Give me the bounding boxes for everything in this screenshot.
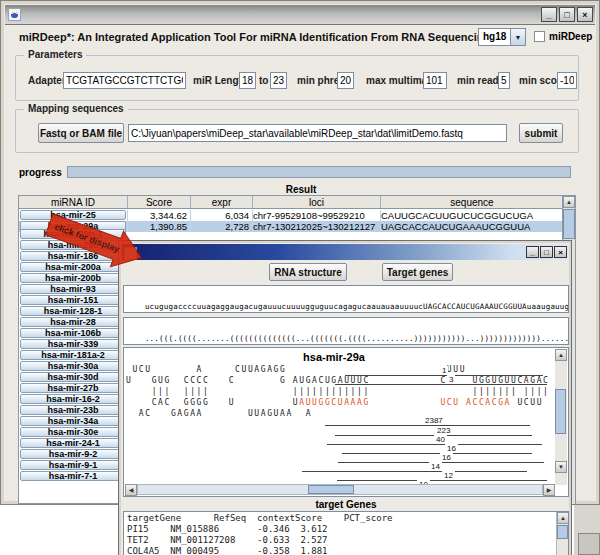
mirna-button[interactable]: hsa-mir-7-1 <box>20 471 126 481</box>
progress-label: progress <box>19 167 62 178</box>
background-window-fragment <box>574 505 600 555</box>
mirna-button[interactable]: hsa-mir-23b <box>20 405 126 415</box>
scrollbar-thumb[interactable] <box>308 485 354 494</box>
cell-sequence: CAUUGCACUUGUCUCGGUCUGA <box>381 210 563 221</box>
file-path-input[interactable] <box>128 124 507 142</box>
notation-scrollbar[interactable]: ▲ ▼ <box>556 319 567 345</box>
mirna-detail-window: _ □ × RNA structure Target genes ucuguga… <box>118 240 572 555</box>
mirna-button[interactable]: hsa-mir-106b <box>20 328 126 338</box>
scroll-up-icon[interactable]: ▲ <box>557 512 569 524</box>
column-header-sequence[interactable]: sequence <box>381 196 563 208</box>
rna-structure-panel: hsa-mir-29a UCU A CUUAGAGG UUUU GUG CCCC… <box>123 347 569 497</box>
result-label: Result <box>1 184 600 195</box>
mirdeep-checkbox-label: miRDeep <box>549 31 592 42</box>
min-reads-input[interactable] <box>498 72 510 89</box>
cell-expr: 2,728 <box>191 221 253 232</box>
cell-expr: 6,034 <box>191 210 253 221</box>
maximize-button[interactable]: □ <box>540 246 553 258</box>
mir-length-to-input[interactable] <box>270 72 287 89</box>
column-header-expr[interactable]: expr <box>191 196 253 208</box>
java-app-icon <box>8 8 21 21</box>
parameters-group: Parameters Adapter miR Length to min phr… <box>15 55 579 101</box>
read-depth-line: 3 <box>335 375 547 385</box>
cell-loci: chr7-130212025~130212127 <box>253 221 381 232</box>
max-multimap-input[interactable] <box>423 72 447 89</box>
genome-select[interactable]: hg18 ▼ <box>478 28 526 46</box>
mirna-button[interactable]: hsa-mir-9-2 <box>20 449 126 459</box>
child-titlebar[interactable]: _ □ × <box>122 244 568 260</box>
scroll-right-icon[interactable]: ▶ <box>543 484 555 496</box>
mirna-button[interactable]: hsa-mir-16-2 <box>20 394 126 404</box>
structure-notation-textarea[interactable]: ...(((.((((.......((((((((((((((...(((((… <box>123 317 569 345</box>
fastq-bam-file-button[interactable]: Fastq or BAM file <box>38 123 124 143</box>
adapter-label: Adapter <box>28 75 66 86</box>
mir-length-from-input[interactable] <box>239 72 256 89</box>
mirna-button[interactable]: hsa-mir-30a <box>20 361 126 371</box>
close-button[interactable]: × <box>554 246 567 258</box>
mirna-button[interactable]: hsa-mir-181a-2 <box>20 350 126 360</box>
scroll-down-icon[interactable]: ▼ <box>555 461 567 473</box>
click-for-display-arrow: click for display <box>40 214 150 274</box>
main-titlebar[interactable]: _ □ × <box>5 5 595 25</box>
minimize-button[interactable]: _ <box>541 7 557 22</box>
structure-hscrollbar[interactable]: ◀ ▶ <box>125 484 555 495</box>
target-genes-button[interactable]: Target genes <box>382 263 453 281</box>
target-genes-label: target Genes <box>123 499 569 510</box>
scrollbar-thumb[interactable] <box>555 389 566 434</box>
scroll-left-icon[interactable]: ◀ <box>125 484 137 496</box>
mirna-button[interactable]: hsa-mir-27b <box>20 383 126 393</box>
app-title: miRDeep*: An Integrated Application Tool… <box>19 31 517 43</box>
submit-button[interactable]: submit <box>519 123 563 143</box>
result-table-header: miRNA ID Score expr loci sequence <box>19 196 563 209</box>
progress-bar <box>67 166 571 178</box>
sequence-textarea[interactable]: ucugugaccccuuagaggaugacugauuucuuuugguguu… <box>123 285 569 313</box>
mirna-button[interactable]: hsa-mir-339 <box>20 339 126 349</box>
mirna-button[interactable]: hsa-mir-34a <box>20 416 126 426</box>
target-genes-panel[interactable]: targetGene RefSeq contextScore PCT_score… <box>123 511 569 555</box>
sequence-scrollbar[interactable]: ▲ ▼ <box>556 287 567 313</box>
scrollbar-thumb[interactable] <box>563 209 575 239</box>
mirna-button[interactable]: hsa-mir-151 <box>20 295 126 305</box>
sequence-line: ucugugaccccuuagaggaugacugauuucuuuugguguu… <box>145 302 569 311</box>
column-header-mirna-id[interactable]: miRNA ID <box>19 196 128 208</box>
mirna-button[interactable]: hsa-mir-30e <box>20 427 126 437</box>
minimize-button[interactable]: _ <box>526 246 539 258</box>
min-phred-input[interactable] <box>337 72 354 89</box>
mapping-group: Mapping sequences Fastq or BAM file subm… <box>15 109 579 153</box>
column-header-loci[interactable]: loci <box>253 196 381 208</box>
rna-structure-button[interactable]: RNA structure <box>269 263 347 281</box>
mirna-button[interactable]: hsa-mir-28 <box>20 317 126 327</box>
cell-sequence: UAGCACCAUCUGAAAUCGGUUA <box>381 221 563 232</box>
mirna-button[interactable]: hsa-mir-24-1 <box>20 438 126 448</box>
close-button[interactable]: × <box>577 7 593 22</box>
mirna-button[interactable]: hsa-mir-30d <box>20 372 126 382</box>
adapter-input[interactable] <box>63 72 186 89</box>
scroll-up-icon[interactable]: ▲ <box>555 349 567 361</box>
cell-loci: chr7-99529108~99529210 <box>253 210 381 221</box>
column-header-score[interactable]: Score <box>128 196 191 208</box>
read-depth-line: 2387 <box>325 416 530 426</box>
mirna-button[interactable]: hsa-mir-93 <box>20 284 126 294</box>
parameters-legend: Parameters <box>24 49 86 60</box>
target-genes-table: targetGene RefSeq contextScore PCT_score… <box>127 513 393 555</box>
scroll-up-icon[interactable]: ▲ <box>563 196 575 208</box>
min-score-input[interactable] <box>557 72 577 89</box>
bracket-line: ...(((.((((.......((((((((((((((...(((((… <box>145 334 569 343</box>
structure-title: hsa-mir-29a <box>124 351 544 363</box>
mirna-button[interactable]: hsa-mir-200b <box>20 273 126 283</box>
mirna-button[interactable]: hsa-mir-9-1 <box>20 460 126 470</box>
maximize-button[interactable]: □ <box>559 7 575 22</box>
chevron-down-icon[interactable]: ▼ <box>510 29 525 45</box>
genome-select-value: hg18 <box>479 29 510 45</box>
mapping-legend: Mapping sequences <box>24 103 128 114</box>
to-label: to <box>259 75 268 86</box>
target-genes-scrollbar[interactable]: ▲ <box>556 512 568 555</box>
mirdeep-checkbox[interactable] <box>534 31 545 42</box>
mirna-button[interactable]: hsa-mir-128-1 <box>20 306 126 316</box>
structure-vscrollbar[interactable]: ▲ ▼ <box>555 349 567 485</box>
scrollbar-thumb[interactable] <box>557 525 568 539</box>
